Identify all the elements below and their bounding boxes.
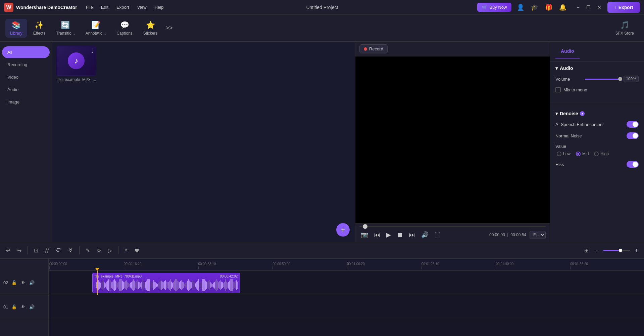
toolbar-captions[interactable]: 💬 Captions <box>112 19 137 38</box>
playhead <box>97 271 98 295</box>
menu-export[interactable]: Export <box>113 3 133 11</box>
wave-bar <box>126 280 127 290</box>
ai-speech-toggle[interactable] <box>627 121 639 128</box>
shield-button[interactable]: 🛡 <box>54 246 63 255</box>
minimize-button[interactable]: − <box>575 4 581 11</box>
radio-low[interactable]: Low <box>557 152 571 156</box>
toolbar-effects[interactable]: ✨ Effects <box>29 19 50 38</box>
wave-bar <box>208 281 208 289</box>
export-button[interactable]: ↑ Export <box>607 2 640 13</box>
normal-noise-toggle[interactable] <box>627 132 639 139</box>
sidebar-item-image[interactable]: Image <box>2 96 50 108</box>
buy-now-button[interactable]: 🛒 Buy Now <box>477 3 511 12</box>
mix-to-mono-checkbox[interactable] <box>555 87 561 92</box>
toolbar-sfxstore[interactable]: 🎵 SFX Store <box>611 19 639 38</box>
menu-help[interactable]: Help <box>151 3 167 11</box>
audio-tab[interactable]: Audio <box>555 44 580 58</box>
volume-button[interactable]: 🔊 <box>420 230 430 240</box>
maximize-button[interactable]: ❐ <box>584 4 593 11</box>
denoise-section-arrow: ▾ <box>555 111 558 116</box>
section-divider-1 <box>550 104 644 104</box>
annotate-button[interactable]: ✎ <box>84 246 92 255</box>
wave-bar <box>212 284 213 287</box>
screenshot-button[interactable]: 📷 <box>359 230 369 240</box>
wave-bar <box>162 282 163 289</box>
radio-mid[interactable]: Mid <box>576 152 589 156</box>
wave-bar <box>115 281 116 290</box>
hiss-toggle[interactable] <box>627 161 639 168</box>
audio-section-header[interactable]: ▾ Audio <box>555 66 639 71</box>
wave-bar <box>231 279 232 291</box>
close-button[interactable]: ✕ <box>595 4 603 11</box>
radio-high[interactable]: High <box>594 152 609 156</box>
ruler-mark-0: 00:00:00:00 <box>49 262 123 269</box>
toolbar-stickers[interactable]: ⭐ Stickers <box>139 19 162 38</box>
track-lock-02[interactable]: 🔓 <box>11 280 17 286</box>
track-visibility-02[interactable]: 👁 <box>20 280 26 286</box>
settings-button[interactable]: ⚙ <box>95 246 103 255</box>
zoom-track[interactable] <box>603 250 630 251</box>
wave-bar <box>151 282 151 289</box>
denoise-section-header[interactable]: ▾ Denoise ▼ <box>555 111 639 116</box>
wave-bar <box>218 282 218 289</box>
sidebar-item-all[interactable]: All <box>2 46 50 58</box>
bell-icon[interactable]: 🔔 <box>558 2 568 12</box>
sidebar-item-video[interactable]: Video <box>2 71 50 83</box>
sidebar-item-audio[interactable]: Audio <box>2 84 50 95</box>
track-audio-01[interactable]: 🔊 <box>29 304 35 310</box>
user-icon[interactable]: 👤 <box>515 2 526 12</box>
wave-bar <box>193 280 193 290</box>
ruler-time-3: 00:00:50:00 <box>273 262 290 266</box>
audio-clip[interactable]: file_example_MP3_700KB.mp3 00:00:42:02 <box>92 273 240 293</box>
wave-bar <box>168 283 168 287</box>
sidebar-item-recording[interactable]: Recording <box>2 59 50 71</box>
wave-bar <box>227 282 227 289</box>
record-button[interactable]: Record <box>359 44 388 53</box>
progress-handle[interactable] <box>363 224 367 229</box>
fit-select[interactable]: Fit <box>530 231 546 239</box>
track-visibility-01[interactable]: 👁 <box>20 304 26 310</box>
track-audio-02[interactable]: 🔊 <box>29 280 35 286</box>
cursor-button[interactable]: ⌖ <box>122 246 130 255</box>
zoom-in-button[interactable]: + <box>633 246 640 255</box>
stop-button[interactable]: ⏹ <box>396 230 404 240</box>
redo-button[interactable]: ↪ <box>15 246 23 255</box>
next-frame-button[interactable]: ⏭ <box>408 230 416 240</box>
record-button-tl[interactable]: ⏺ <box>132 246 142 255</box>
fullscreen-button[interactable]: ⛶ <box>433 230 442 240</box>
add-track-button[interactable]: ⊞ <box>582 246 591 255</box>
prev-frame-button[interactable]: ⏮ <box>373 230 382 240</box>
toolbar-annotations[interactable]: 📝 Annotatio... <box>81 19 111 38</box>
volume-slider[interactable] <box>585 76 621 82</box>
graduation-icon[interactable]: 🎓 <box>530 2 540 12</box>
track-lock-01[interactable]: 🔓 <box>11 304 17 310</box>
progress-track[interactable] <box>359 226 546 227</box>
add-media-button[interactable]: + <box>336 223 350 237</box>
play-button[interactable]: ▶ <box>385 230 392 240</box>
media-thumb-0[interactable]: ♪ ♩ <box>56 46 96 76</box>
wave-bar <box>112 282 113 289</box>
undo-button[interactable]: ↩ <box>4 246 12 255</box>
wave-bar <box>210 282 210 289</box>
media-item-0[interactable]: ♪ ♩ file_example_MP3_... <box>56 46 100 82</box>
zoom-handle[interactable] <box>619 249 622 252</box>
toolbar-library[interactable]: 📚 Library <box>5 19 27 38</box>
mic-button[interactable]: 🎙 <box>66 246 75 255</box>
menu-view[interactable]: View <box>134 3 150 11</box>
zoom-fill <box>603 250 620 251</box>
crop-button[interactable]: ⊡ <box>32 246 40 255</box>
wave-bar <box>110 280 110 291</box>
gift-icon[interactable]: 🎁 <box>544 2 554 12</box>
wave-bar <box>147 279 148 291</box>
toolbar-more-icon[interactable]: >> <box>164 23 175 34</box>
toolbar-transitions[interactable]: 🔄 Transitio... <box>51 19 80 38</box>
volume-fill <box>585 79 621 80</box>
menu-file[interactable]: File <box>83 3 96 11</box>
split-button[interactable]: ⧸⧸ <box>43 246 51 255</box>
wave-bar <box>184 283 185 287</box>
zoom-out-button[interactable]: − <box>593 246 600 255</box>
wave-bar <box>175 279 176 291</box>
menu-edit[interactable]: Edit <box>98 3 112 11</box>
wave-bar <box>217 281 217 290</box>
play-button-tl[interactable]: ▷ <box>106 246 114 255</box>
